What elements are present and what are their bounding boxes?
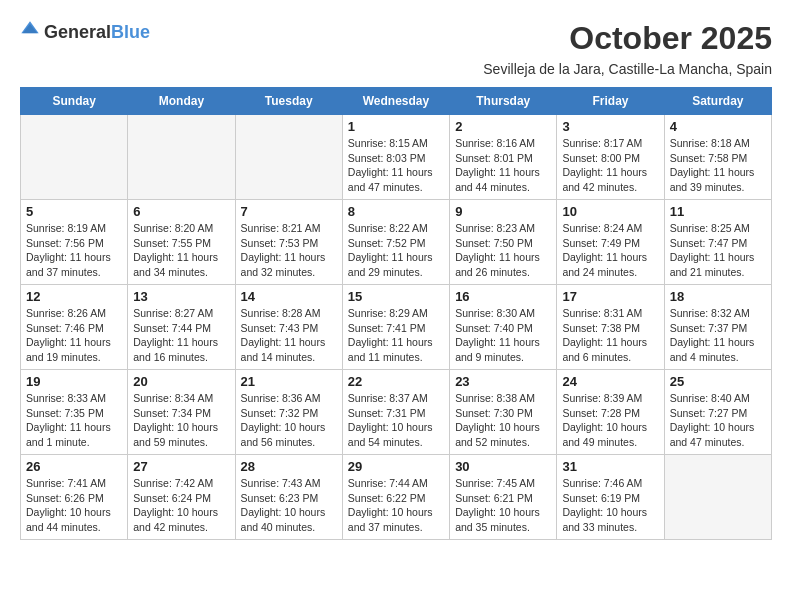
calendar-cell: 2Sunrise: 8:16 AMSunset: 8:01 PMDaylight…: [450, 115, 557, 200]
day-number: 16: [455, 289, 551, 304]
day-info: Sunrise: 8:19 AMSunset: 7:56 PMDaylight:…: [26, 221, 122, 280]
calendar-cell: 11Sunrise: 8:25 AMSunset: 7:47 PMDayligh…: [664, 200, 771, 285]
day-number: 21: [241, 374, 337, 389]
calendar-cell: 4Sunrise: 8:18 AMSunset: 7:58 PMDaylight…: [664, 115, 771, 200]
calendar-cell: 27Sunrise: 7:42 AMSunset: 6:24 PMDayligh…: [128, 455, 235, 540]
day-number: 20: [133, 374, 229, 389]
calendar-cell: 9Sunrise: 8:23 AMSunset: 7:50 PMDaylight…: [450, 200, 557, 285]
calendar-cell: 17Sunrise: 8:31 AMSunset: 7:38 PMDayligh…: [557, 285, 664, 370]
day-info: Sunrise: 7:46 AMSunset: 6:19 PMDaylight:…: [562, 476, 658, 535]
day-number: 8: [348, 204, 444, 219]
title-block: October 2025: [569, 20, 772, 57]
day-number: 12: [26, 289, 122, 304]
day-header-friday: Friday: [557, 88, 664, 115]
day-number: 7: [241, 204, 337, 219]
logo-blue-text: Blue: [111, 22, 150, 42]
day-number: 18: [670, 289, 766, 304]
calendar-cell: 20Sunrise: 8:34 AMSunset: 7:34 PMDayligh…: [128, 370, 235, 455]
day-header-wednesday: Wednesday: [342, 88, 449, 115]
day-info: Sunrise: 8:34 AMSunset: 7:34 PMDaylight:…: [133, 391, 229, 450]
day-info: Sunrise: 8:24 AMSunset: 7:49 PMDaylight:…: [562, 221, 658, 280]
day-info: Sunrise: 8:18 AMSunset: 7:58 PMDaylight:…: [670, 136, 766, 195]
day-info: Sunrise: 7:44 AMSunset: 6:22 PMDaylight:…: [348, 476, 444, 535]
day-number: 24: [562, 374, 658, 389]
day-number: 9: [455, 204, 551, 219]
day-header-sunday: Sunday: [21, 88, 128, 115]
calendar-cell: 26Sunrise: 7:41 AMSunset: 6:26 PMDayligh…: [21, 455, 128, 540]
calendar-cell: 3Sunrise: 8:17 AMSunset: 8:00 PMDaylight…: [557, 115, 664, 200]
calendar-header-row: SundayMondayTuesdayWednesdayThursdayFrid…: [21, 88, 772, 115]
calendar-cell: 12Sunrise: 8:26 AMSunset: 7:46 PMDayligh…: [21, 285, 128, 370]
day-info: Sunrise: 8:37 AMSunset: 7:31 PMDaylight:…: [348, 391, 444, 450]
day-number: 2: [455, 119, 551, 134]
calendar-cell: 10Sunrise: 8:24 AMSunset: 7:49 PMDayligh…: [557, 200, 664, 285]
day-header-monday: Monday: [128, 88, 235, 115]
day-info: Sunrise: 8:30 AMSunset: 7:40 PMDaylight:…: [455, 306, 551, 365]
month-title: October 2025: [569, 20, 772, 57]
calendar-body: 1Sunrise: 8:15 AMSunset: 8:03 PMDaylight…: [21, 115, 772, 540]
calendar-cell: 15Sunrise: 8:29 AMSunset: 7:41 PMDayligh…: [342, 285, 449, 370]
calendar-cell: 30Sunrise: 7:45 AMSunset: 6:21 PMDayligh…: [450, 455, 557, 540]
day-number: 14: [241, 289, 337, 304]
calendar-cell: 5Sunrise: 8:19 AMSunset: 7:56 PMDaylight…: [21, 200, 128, 285]
day-number: 15: [348, 289, 444, 304]
day-number: 4: [670, 119, 766, 134]
day-info: Sunrise: 8:39 AMSunset: 7:28 PMDaylight:…: [562, 391, 658, 450]
calendar-week-3: 12Sunrise: 8:26 AMSunset: 7:46 PMDayligh…: [21, 285, 772, 370]
day-number: 26: [26, 459, 122, 474]
day-header-thursday: Thursday: [450, 88, 557, 115]
calendar-cell: 6Sunrise: 8:20 AMSunset: 7:55 PMDaylight…: [128, 200, 235, 285]
calendar-cell: 29Sunrise: 7:44 AMSunset: 6:22 PMDayligh…: [342, 455, 449, 540]
day-number: 25: [670, 374, 766, 389]
day-number: 1: [348, 119, 444, 134]
day-number: 6: [133, 204, 229, 219]
calendar-cell: 1Sunrise: 8:15 AMSunset: 8:03 PMDaylight…: [342, 115, 449, 200]
day-info: Sunrise: 7:45 AMSunset: 6:21 PMDaylight:…: [455, 476, 551, 535]
day-header-saturday: Saturday: [664, 88, 771, 115]
calendar-week-5: 26Sunrise: 7:41 AMSunset: 6:26 PMDayligh…: [21, 455, 772, 540]
day-info: Sunrise: 8:29 AMSunset: 7:41 PMDaylight:…: [348, 306, 444, 365]
calendar-cell: 22Sunrise: 8:37 AMSunset: 7:31 PMDayligh…: [342, 370, 449, 455]
day-info: Sunrise: 8:16 AMSunset: 8:01 PMDaylight:…: [455, 136, 551, 195]
day-info: Sunrise: 8:40 AMSunset: 7:27 PMDaylight:…: [670, 391, 766, 450]
calendar-cell: 24Sunrise: 8:39 AMSunset: 7:28 PMDayligh…: [557, 370, 664, 455]
calendar-cell: [235, 115, 342, 200]
day-info: Sunrise: 8:36 AMSunset: 7:32 PMDaylight:…: [241, 391, 337, 450]
calendar-week-4: 19Sunrise: 8:33 AMSunset: 7:35 PMDayligh…: [21, 370, 772, 455]
calendar-week-2: 5Sunrise: 8:19 AMSunset: 7:56 PMDaylight…: [21, 200, 772, 285]
day-header-tuesday: Tuesday: [235, 88, 342, 115]
day-number: 19: [26, 374, 122, 389]
day-number: 3: [562, 119, 658, 134]
day-info: Sunrise: 8:21 AMSunset: 7:53 PMDaylight:…: [241, 221, 337, 280]
day-info: Sunrise: 7:41 AMSunset: 6:26 PMDaylight:…: [26, 476, 122, 535]
calendar-cell: 19Sunrise: 8:33 AMSunset: 7:35 PMDayligh…: [21, 370, 128, 455]
logo-icon: [20, 20, 40, 40]
calendar-cell: 28Sunrise: 7:43 AMSunset: 6:23 PMDayligh…: [235, 455, 342, 540]
day-number: 10: [562, 204, 658, 219]
calendar-cell: 8Sunrise: 8:22 AMSunset: 7:52 PMDaylight…: [342, 200, 449, 285]
day-info: Sunrise: 8:20 AMSunset: 7:55 PMDaylight:…: [133, 221, 229, 280]
calendar-cell: 31Sunrise: 7:46 AMSunset: 6:19 PMDayligh…: [557, 455, 664, 540]
calendar-cell: 14Sunrise: 8:28 AMSunset: 7:43 PMDayligh…: [235, 285, 342, 370]
day-info: Sunrise: 8:26 AMSunset: 7:46 PMDaylight:…: [26, 306, 122, 365]
calendar-cell: [128, 115, 235, 200]
day-number: 22: [348, 374, 444, 389]
calendar-cell: 23Sunrise: 8:38 AMSunset: 7:30 PMDayligh…: [450, 370, 557, 455]
day-number: 31: [562, 459, 658, 474]
day-info: Sunrise: 8:32 AMSunset: 7:37 PMDaylight:…: [670, 306, 766, 365]
day-number: 29: [348, 459, 444, 474]
logo-general-text: General: [44, 22, 111, 42]
day-info: Sunrise: 8:31 AMSunset: 7:38 PMDaylight:…: [562, 306, 658, 365]
day-number: 13: [133, 289, 229, 304]
day-number: 5: [26, 204, 122, 219]
page-header: GeneralBlue October 2025: [20, 20, 772, 57]
day-info: Sunrise: 7:43 AMSunset: 6:23 PMDaylight:…: [241, 476, 337, 535]
day-info: Sunrise: 8:25 AMSunset: 7:47 PMDaylight:…: [670, 221, 766, 280]
day-info: Sunrise: 8:28 AMSunset: 7:43 PMDaylight:…: [241, 306, 337, 365]
calendar-cell: 21Sunrise: 8:36 AMSunset: 7:32 PMDayligh…: [235, 370, 342, 455]
day-info: Sunrise: 8:15 AMSunset: 8:03 PMDaylight:…: [348, 136, 444, 195]
calendar-cell: [664, 455, 771, 540]
day-info: Sunrise: 8:27 AMSunset: 7:44 PMDaylight:…: [133, 306, 229, 365]
calendar-cell: 13Sunrise: 8:27 AMSunset: 7:44 PMDayligh…: [128, 285, 235, 370]
calendar-week-1: 1Sunrise: 8:15 AMSunset: 8:03 PMDaylight…: [21, 115, 772, 200]
